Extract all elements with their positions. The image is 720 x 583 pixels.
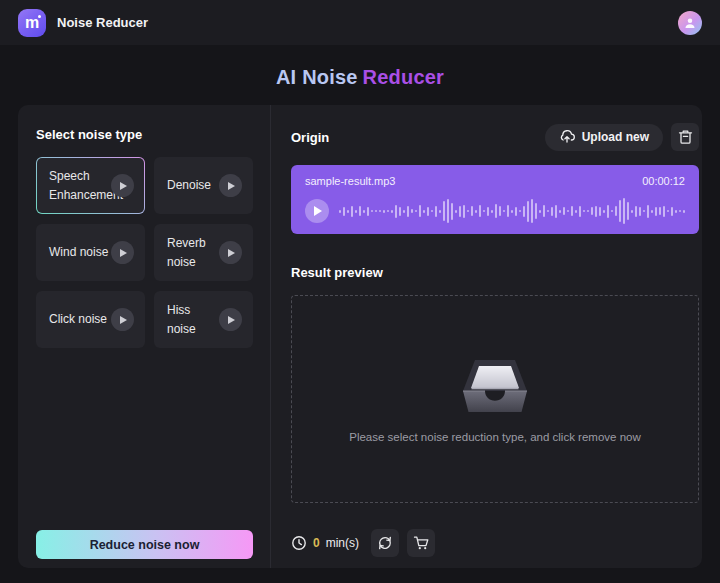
waveform-bar (591, 207, 593, 215)
noise-type-reverb-noise[interactable]: Reverb noise (154, 224, 253, 281)
play-sample-button[interactable] (219, 241, 242, 264)
play-sample-button[interactable] (219, 308, 242, 331)
waveform-bar (555, 205, 557, 218)
empty-tray-icon (459, 355, 531, 415)
waveform-bar (599, 207, 601, 216)
play-sample-button[interactable] (111, 241, 134, 264)
origin-heading: Origin (291, 130, 329, 145)
trash-icon (678, 129, 693, 145)
workspace-panel: Origin Upload new (271, 105, 718, 568)
waveform-bar (455, 210, 457, 213)
play-sample-button[interactable] (111, 308, 134, 331)
noise-type-click-noise[interactable]: Click noise (36, 291, 145, 348)
waveform-bar (371, 210, 373, 212)
waveform-bar (683, 210, 685, 213)
result-preview-dropzone: Please select noise reduction type, and … (291, 295, 699, 503)
waveform-bar (503, 210, 505, 212)
waveform-bar (475, 210, 477, 213)
waveform-bar (675, 210, 677, 213)
upload-new-label: Upload new (582, 130, 649, 144)
waveform-bar (655, 207, 657, 216)
waveform-bar (499, 206, 501, 216)
waveform-bar (487, 207, 489, 216)
waveform-bar (391, 210, 393, 213)
waveform-bar (575, 210, 577, 213)
waveform-bar (579, 206, 581, 217)
waveform-bar (431, 210, 433, 212)
waveform-bar (607, 205, 609, 218)
noise-type-grid: Speech Enhancement Denoise Wind noise Re… (36, 157, 253, 348)
waveform-bar (571, 206, 573, 216)
noise-type-panel: Select noise type Speech Enhancement Den… (18, 105, 271, 568)
play-sample-button[interactable] (219, 174, 242, 197)
play-sample-button[interactable] (111, 174, 134, 197)
waveform-bar (359, 206, 361, 216)
waveform-bar (483, 210, 485, 212)
waveform-bar (395, 205, 397, 218)
top-bar: m Noise Reducer (0, 0, 720, 45)
waveform-bar (355, 210, 357, 213)
minutes-remaining: 0 min(s) (291, 535, 359, 551)
waveform-bar (643, 210, 645, 212)
waveform-bar (631, 210, 633, 213)
noise-type-denoise[interactable]: Denoise (154, 157, 253, 214)
waveform-bar (491, 210, 493, 213)
minutes-value: 0 (313, 536, 320, 550)
user-avatar[interactable] (678, 11, 702, 35)
audio-duration: 00:00:12 (642, 175, 685, 187)
waveform-bar (479, 205, 481, 217)
waveform[interactable] (339, 194, 685, 228)
origin-header-row: Origin Upload new (291, 123, 699, 151)
audio-filename: sample-result.mp3 (305, 175, 395, 187)
waveform-bar (383, 210, 385, 213)
waveform-bar (567, 210, 569, 212)
waveform-bar (343, 207, 345, 216)
waveform-bar (439, 210, 441, 213)
noise-type-speech-enhancement[interactable]: Speech Enhancement (36, 157, 145, 214)
waveform-bar (635, 206, 637, 217)
play-icon (120, 249, 127, 257)
play-icon (228, 182, 235, 190)
waveform-bar (547, 210, 549, 212)
waveform-bar (627, 202, 629, 220)
waveform-bar (379, 210, 381, 212)
waveform-bar (523, 206, 525, 217)
waveform-bar (519, 210, 521, 212)
waveform-bar (651, 210, 653, 213)
usage-footer: 0 min(s) (291, 530, 699, 558)
waveform-bar (451, 203, 453, 220)
waveform-bar (367, 207, 369, 216)
play-icon (314, 206, 322, 216)
waveform-bar (619, 200, 621, 222)
waveform-bar (415, 210, 417, 212)
player-play-button[interactable] (305, 199, 329, 223)
app-logo-icon: m (18, 9, 46, 37)
waveform-bar (623, 198, 625, 224)
play-icon (228, 249, 235, 257)
waveform-bar (339, 210, 341, 213)
waveform-bar (507, 205, 509, 217)
main-panel: Select noise type Speech Enhancement Den… (18, 105, 702, 568)
waveform-bar (611, 210, 613, 212)
waveform-bar (595, 206, 597, 217)
cart-icon (413, 535, 430, 551)
noise-panel-heading: Select noise type (36, 127, 253, 142)
upload-new-button[interactable]: Upload new (545, 124, 663, 151)
noise-type-wind-noise[interactable]: Wind noise (36, 224, 145, 281)
result-empty-text: Please select noise reduction type, and … (349, 431, 641, 443)
noise-type-hiss-noise[interactable]: Hiss noise (154, 291, 253, 348)
waveform-bar (515, 207, 517, 216)
purchase-minutes-button[interactable] (407, 529, 435, 557)
page-title-part2: Reducer (363, 66, 444, 88)
waveform-bar (527, 201, 529, 222)
waveform-bar (531, 199, 533, 223)
reduce-noise-button[interactable]: Reduce noise now (36, 530, 253, 559)
waveform-bar (443, 201, 445, 221)
refresh-minutes-button[interactable] (371, 529, 399, 557)
play-icon (120, 316, 127, 324)
waveform-bar (663, 206, 665, 217)
delete-origin-button[interactable] (671, 123, 699, 151)
waveform-bar (459, 206, 461, 217)
waveform-bar (495, 204, 497, 218)
waveform-bar (667, 210, 669, 212)
